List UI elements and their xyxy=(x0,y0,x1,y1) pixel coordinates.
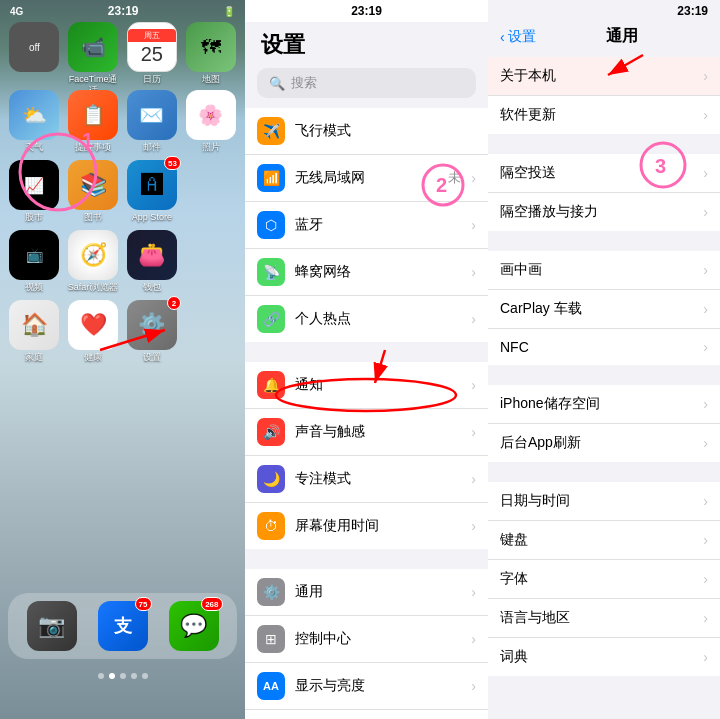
app-weather[interactable]: ⛅ 天气 xyxy=(8,90,61,153)
storage-chevron: › xyxy=(703,396,708,412)
settings-search-bar[interactable]: 🔍 搜索 xyxy=(257,68,476,98)
settings-item-general[interactable]: ⚙️ 通用 › xyxy=(245,569,488,616)
general-section-storage: iPhone储存空间 › 后台App刷新 › xyxy=(488,385,720,462)
general-item-language[interactable]: 语言与地区 › xyxy=(488,599,720,638)
general-item-fonts[interactable]: 字体 › xyxy=(488,560,720,599)
general-item-bgrefresh[interactable]: 后台App刷新 › xyxy=(488,424,720,462)
dot-1 xyxy=(98,673,104,679)
screentime-chevron: › xyxy=(471,518,476,534)
app-reminders[interactable]: 📋 提醒事项 xyxy=(67,90,120,153)
app-icon-stocks: 📈 xyxy=(9,160,59,210)
app-mail[interactable]: ✉️ 邮件 xyxy=(126,90,179,153)
general-item-nfc[interactable]: NFC › xyxy=(488,329,720,365)
app-empty2 xyxy=(184,230,237,293)
notifications-chevron: › xyxy=(471,377,476,393)
settings-item-cellular[interactable]: 📡 蜂窝网络 › xyxy=(245,249,488,296)
back-chevron-icon: ‹ xyxy=(500,29,505,45)
app-empty3 xyxy=(184,300,237,363)
general-item-airdrop[interactable]: 隔空投送 › xyxy=(488,154,720,193)
settings-item-airplane[interactable]: ✈️ 飞行模式 xyxy=(245,108,488,155)
notifications-icon: 🔔 xyxy=(257,371,285,399)
settings-section-features: 🔔 通知 › 🔊 声音与触感 › 🌙 专注模式 › ⏱ 屏幕使用时间 › xyxy=(245,362,488,549)
app-calendar[interactable]: 周五 25 日历 xyxy=(126,22,179,96)
app-appstore[interactable]: 🅰 53 App Store xyxy=(126,160,179,223)
settings-item-screentime[interactable]: ⏱ 屏幕使用时间 › xyxy=(245,503,488,549)
settings-section-connectivity: ✈️ 飞行模式 📶 无线局域网 未 › ⬡ 蓝牙 › 📡 蜂窝网络 › 🔗 xyxy=(245,108,488,342)
settings-item-controlcenter[interactable]: ⊞ 控制中心 › xyxy=(245,616,488,663)
dock-alipay[interactable]: 支 75 xyxy=(98,601,148,651)
settings-title: 设置 xyxy=(245,22,488,64)
cellular-label: 蜂窝网络 xyxy=(295,263,461,281)
app-appletv[interactable]: 📺 视频 xyxy=(8,230,61,293)
general-section-about: 关于本机 › 软件更新 › xyxy=(488,57,720,134)
language-label: 语言与地区 xyxy=(500,609,703,627)
nfc-label: NFC xyxy=(500,339,703,355)
wechat-badge: 268 xyxy=(201,597,222,611)
app-books[interactable]: 📚 图书 xyxy=(67,160,120,223)
settings-time: 23:19 xyxy=(351,4,382,18)
back-label: 设置 xyxy=(508,28,536,46)
back-button[interactable]: ‹ 设置 xyxy=(500,28,536,46)
app-label-settings: 设置 xyxy=(143,352,161,363)
cellular-chevron: › xyxy=(471,264,476,280)
dock-camera[interactable]: 📷 xyxy=(27,601,77,651)
settings-item-bluetooth[interactable]: ⬡ 蓝牙 › xyxy=(245,202,488,249)
general-item-softwareupdate[interactable]: 软件更新 › xyxy=(488,96,720,134)
home-time: 23:19 xyxy=(108,4,139,18)
general-section-pip: 画中画 › CarPlay 车载 › NFC › xyxy=(488,251,720,365)
general-item-airplay[interactable]: 隔空播放与接力 › xyxy=(488,193,720,231)
dictionary-label: 词典 xyxy=(500,648,703,666)
bgrefresh-label: 后台App刷新 xyxy=(500,434,703,452)
settings-item-display[interactable]: AA 显示与亮度 › xyxy=(245,663,488,710)
keyboard-chevron: › xyxy=(703,532,708,548)
app-icon-reminders: 📋 xyxy=(68,90,118,140)
app-settings[interactable]: ⚙️ 2 设置 xyxy=(126,300,179,363)
general-item-pip[interactable]: 画中画 › xyxy=(488,251,720,290)
cellular-icon: 📡 xyxy=(257,258,285,286)
app-safari[interactable]: 🧭 Safari浏览器 xyxy=(67,230,120,293)
app-maps[interactable]: 🗺 地图 xyxy=(184,22,237,96)
appstore-badge: 53 xyxy=(164,156,181,170)
app-stocks[interactable]: 📈 股市 xyxy=(8,160,61,223)
general-item-carplay[interactable]: CarPlay 车载 › xyxy=(488,290,720,329)
app-photos[interactable]: 🌸 照片 xyxy=(184,90,237,153)
general-item-datetime[interactable]: 日期与时间 › xyxy=(488,482,720,521)
general-item-storage[interactable]: iPhone储存空间 › xyxy=(488,385,720,424)
app-icon-off: off xyxy=(9,22,59,72)
general-item-dictionary[interactable]: 词典 › xyxy=(488,638,720,676)
dot-3 xyxy=(120,673,126,679)
settings-list: ✈️ 飞行模式 📶 无线局域网 未 › ⬡ 蓝牙 › 📡 蜂窝网络 › 🔗 xyxy=(245,102,488,719)
app-label-weather: 天气 xyxy=(25,142,43,153)
app-wallet[interactable]: 👛 钱包 xyxy=(126,230,179,293)
settings-item-focus[interactable]: 🌙 专注模式 › xyxy=(245,456,488,503)
settings-item-notifications[interactable]: 🔔 通知 › xyxy=(245,362,488,409)
app-label-stocks: 股市 xyxy=(25,212,43,223)
app-homekit[interactable]: 🏠 家庭 xyxy=(8,300,61,363)
app-facetime[interactable]: 📹 FaceTime通话 xyxy=(67,22,120,96)
app-empty xyxy=(184,160,237,223)
airplay-chevron: › xyxy=(703,204,708,220)
general-item-about[interactable]: 关于本机 › xyxy=(488,57,720,96)
focus-chevron: › xyxy=(471,471,476,487)
app-icon-alipay: 支 75 xyxy=(98,601,148,651)
home-screen-panel: 4G 23:19 🔋 off 📹 FaceTime通话 周五 25 日历 🗺 地… xyxy=(0,0,245,719)
app-off[interactable]: off xyxy=(8,22,61,96)
bluetooth-chevron: › xyxy=(471,217,476,233)
app-icon-appstore: 🅰 53 xyxy=(127,160,177,210)
settings-item-wifi[interactable]: 📶 无线局域网 未 › xyxy=(245,155,488,202)
app-grid-row2: ⛅ 天气 📋 提醒事项 ✉️ 邮件 🌸 照片 xyxy=(0,90,245,153)
airplane-icon: ✈️ xyxy=(257,117,285,145)
general-item-keyboard[interactable]: 键盘 › xyxy=(488,521,720,560)
dock-wechat[interactable]: 💬 268 xyxy=(169,601,219,651)
general-icon: ⚙️ xyxy=(257,578,285,606)
settings-item-hotspot[interactable]: 🔗 个人热点 › xyxy=(245,296,488,342)
settings-item-homescreen[interactable]: □ 主屏幕 › xyxy=(245,710,488,719)
app-grid-row5: 🏠 家庭 ❤️ 健康 ⚙️ 2 设置 xyxy=(0,300,245,363)
app-grid-row3: 📈 股市 📚 图书 🅰 53 App Store xyxy=(0,160,245,223)
controlcenter-label: 控制中心 xyxy=(295,630,461,648)
settings-item-sound[interactable]: 🔊 声音与触感 › xyxy=(245,409,488,456)
softwareupdate-label: 软件更新 xyxy=(500,106,703,124)
screentime-icon: ⏱ xyxy=(257,512,285,540)
app-health[interactable]: ❤️ 健康 xyxy=(67,300,120,363)
hotspot-label: 个人热点 xyxy=(295,310,461,328)
